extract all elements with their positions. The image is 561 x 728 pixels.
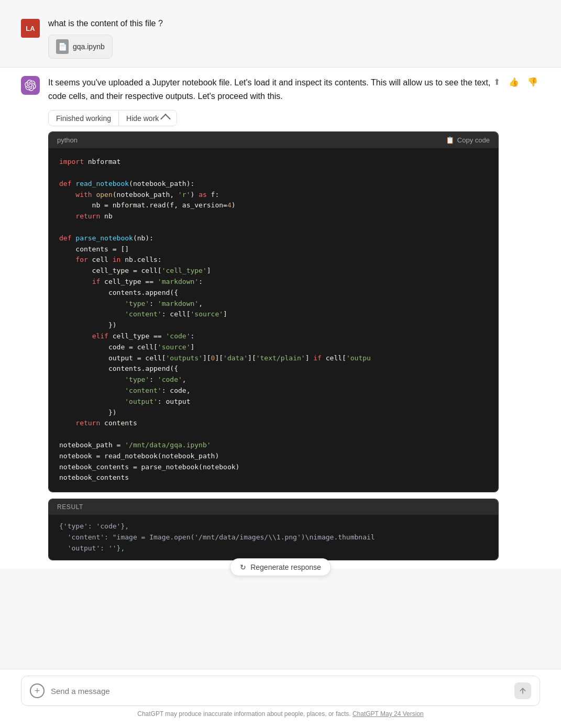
code-block: python 📋 Copy code import nbformat def r…: [48, 131, 499, 492]
regenerate-overlay: ↻ Regenerate response: [0, 558, 561, 576]
file-name: gqa.ipynb: [73, 42, 105, 51]
code-content: import nbformat def read_notebook(notebo…: [59, 157, 488, 483]
regenerate-label: Regenerate response: [250, 563, 321, 571]
copy-code-button[interactable]: 📋 Copy code: [446, 136, 490, 144]
code-header: python 📋 Copy code: [49, 132, 498, 148]
user-avatar: LA: [21, 19, 40, 38]
chevron-up-icon: [160, 114, 171, 124]
file-icon: [56, 39, 69, 54]
bottom-bar: + ChatGPT may produce inaccurate informa…: [0, 669, 561, 728]
gpt-avatar: [21, 76, 40, 95]
add-attachment-button[interactable]: +: [30, 683, 45, 698]
user-message-row: LA what is the content of this file ? gq…: [0, 10, 561, 67]
work-header: Finished working Hide work: [48, 110, 177, 126]
chat-container: LA what is the content of this file ? gq…: [0, 0, 561, 669]
code-language-label: python: [57, 136, 78, 144]
hide-work-button[interactable]: Hide work: [119, 111, 177, 126]
user-message-content: what is the content of this file ? gqa.i…: [48, 19, 499, 59]
user-message-text: what is the content of this file ?: [48, 19, 499, 28]
footer-text: ChatGPT may produce inaccurate informati…: [21, 706, 540, 722]
code-body: import nbformat def read_notebook(notebo…: [49, 148, 498, 492]
send-button[interactable]: [514, 682, 531, 699]
result-content: {'type': 'code'}, 'content': "image = Im…: [59, 521, 488, 554]
message-input[interactable]: [51, 687, 508, 696]
copy-icon: 📋: [446, 136, 454, 144]
message-actions: ⬆ 👍 👎: [491, 76, 540, 88]
finished-working-badge: Finished working: [49, 111, 119, 126]
regenerate-icon: ↻: [240, 563, 246, 571]
gpt-logo-icon: [25, 80, 36, 91]
result-body: {'type': 'code'}, 'content': "image = Im…: [49, 515, 498, 560]
result-block: RESULT {'type': 'code'}, 'content': "ima…: [48, 499, 499, 560]
assistant-message-row: It seems you've uploaded a Jupyter noteb…: [0, 68, 561, 569]
regenerate-button[interactable]: ↻ Regenerate response: [230, 558, 331, 576]
assistant-intro-text: It seems you've uploaded a Jupyter noteb…: [48, 76, 499, 103]
send-icon: [519, 687, 527, 695]
work-section: Finished working Hide work python 📋 Copy…: [48, 110, 499, 492]
plus-icon: +: [35, 686, 40, 697]
thumbs-down-button[interactable]: 👎: [525, 76, 540, 88]
thumbs-up-button[interactable]: 👍: [507, 76, 521, 88]
footer-link[interactable]: ChatGPT May 24 Version: [353, 710, 424, 718]
input-row: +: [21, 676, 540, 706]
assistant-message-content: It seems you've uploaded a Jupyter noteb…: [48, 76, 499, 560]
share-button[interactable]: ⬆: [491, 76, 502, 88]
result-header: RESULT: [49, 499, 498, 515]
file-attachment[interactable]: gqa.ipynb: [48, 35, 113, 59]
